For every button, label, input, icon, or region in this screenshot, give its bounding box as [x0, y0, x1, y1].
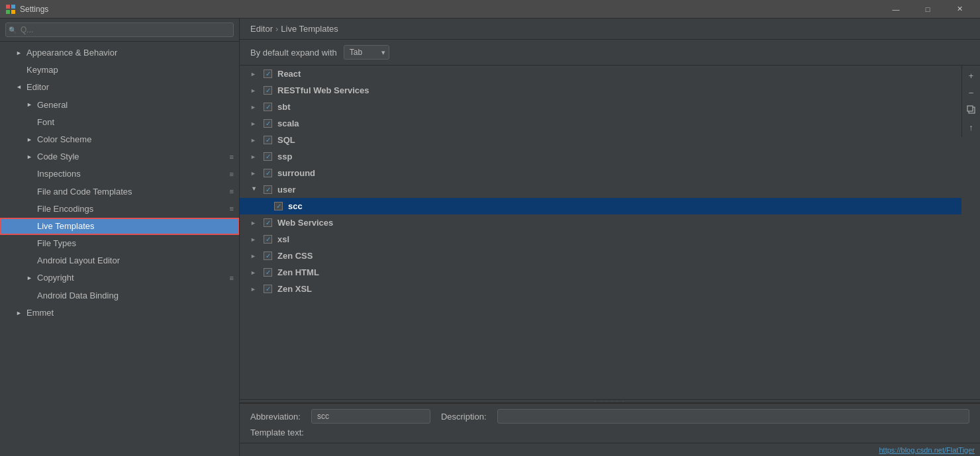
template-group-label: Zen HTML [277, 267, 319, 277]
template-group-zen-xsl[interactable]: ► ✓ Zen XSL [240, 281, 961, 297]
move-up-button[interactable]: ↑ [964, 120, 979, 134]
template-list-area: ► ✓ React ► ✓ RESTful Web Services ► ✓ s… [240, 66, 980, 399]
template-text-row: Template text: [250, 428, 969, 437]
collapse-arrow-icon: ► [250, 120, 258, 127]
template-item-scc[interactable]: ✓ scc [240, 198, 961, 214]
sidebar-item-color-scheme[interactable]: ► Color Scheme [0, 131, 239, 148]
sidebar-item-live-templates[interactable]: ► Live Templates [0, 218, 239, 235]
sidebar-item-file-types[interactable]: ► File Types [0, 235, 239, 252]
app-icon [5, 4, 16, 15]
expand-with-select[interactable]: Tab Enter Space [344, 45, 389, 60]
description-input[interactable] [497, 409, 969, 424]
expand-select-wrapper: Tab Enter Space [344, 45, 389, 60]
template-checkbox[interactable]: ✓ [264, 103, 272, 111]
right-toolbar: + − ↑ [961, 66, 980, 137]
sidebar-item-general[interactable]: ► General [0, 97, 239, 114]
template-checkbox[interactable]: ✓ [264, 235, 272, 244]
template-group-restful[interactable]: ► ✓ RESTful Web Services [240, 82, 961, 99]
template-group-surround[interactable]: ► ✓ surround [240, 165, 961, 181]
sidebar-item-label: Live Templates [37, 220, 94, 232]
template-checkbox[interactable]: ✓ [264, 86, 272, 95]
sidebar-item-label: Emmet [26, 307, 54, 319]
sidebar-item-emmet[interactable]: ► Emmet [0, 304, 239, 322]
template-group-web-services[interactable]: ► ✓ Web Services [240, 214, 961, 231]
template-group-label: React [277, 69, 301, 79]
collapse-arrow-icon: ► [250, 104, 258, 111]
template-checkbox[interactable]: ✓ [264, 185, 272, 194]
close-button[interactable]: ✕ [944, 0, 975, 19]
collapse-arrow-icon: ► [250, 87, 258, 94]
template-checkbox[interactable]: ✓ [264, 251, 272, 260]
abbreviation-row: Abbreviation: Description: [250, 409, 969, 424]
right-panel: Editor › Live Templates By default expan… [240, 19, 980, 456]
collapse-arrow-icon: ► [250, 220, 258, 226]
template-checkbox[interactable]: ✓ [264, 169, 272, 177]
sidebar-content: ► Appearance & Behavior ► Keymap ▼ Edito… [0, 42, 239, 456]
sidebar-item-file-encodings[interactable]: ► File Encodings ≡ [0, 201, 239, 218]
add-template-button[interactable]: + [964, 68, 979, 83]
sidebar-item-copyright[interactable]: ► Copyright ≡ [0, 269, 239, 287]
template-checkbox[interactable]: ✓ [264, 69, 272, 78]
template-group-label: xsl [277, 234, 289, 244]
arrow-icon: ► [26, 101, 33, 109]
breadcrumb-part1: Editor [250, 24, 273, 34]
template-checkbox[interactable]: ✓ [264, 268, 272, 277]
sidebar-item-editor[interactable]: ▼ Editor [0, 79, 239, 96]
template-group-react[interactable]: ► ✓ React [240, 66, 961, 82]
template-group-label: surround [277, 168, 315, 178]
template-checkbox[interactable]: ✓ [264, 136, 272, 144]
template-checkbox[interactable]: ✓ [264, 218, 272, 227]
template-group-user[interactable]: ► ✓ user [240, 181, 961, 198]
sidebar-item-android-layout-editor[interactable]: ► Android Layout Editor [0, 252, 239, 269]
template-group-zen-html[interactable]: ► ✓ Zen HTML [240, 264, 961, 281]
copy-template-button[interactable] [964, 103, 979, 117]
sidebar-item-appearance[interactable]: ► Appearance & Behavior [0, 44, 239, 62]
window-title: Settings [20, 5, 48, 14]
breadcrumb-part2: Live Templates [281, 24, 338, 34]
expand-with-label: By default expand with [250, 48, 337, 58]
template-group-label: user [277, 185, 295, 195]
sidebar-item-android-data-binding[interactable]: ► Android Data Binding [0, 287, 239, 304]
breadcrumb-separator: › [275, 24, 278, 34]
minimize-button[interactable]: — [881, 0, 911, 19]
remove-template-button[interactable]: − [964, 85, 979, 100]
template-group-zen-css[interactable]: ► ✓ Zen CSS [240, 248, 961, 264]
template-checkbox[interactable]: ✓ [264, 152, 272, 161]
template-group-label: sbt [277, 102, 291, 112]
template-group-sql[interactable]: ► ✓ SQL [240, 132, 961, 148]
badge-icon: ≡ [230, 169, 234, 179]
sidebar-item-keymap[interactable]: ► Keymap [0, 62, 239, 79]
sidebar-item-code-style[interactable]: ► Code Style ≡ [0, 148, 239, 165]
search-area [0, 19, 239, 42]
arrow-icon: ► [16, 309, 23, 318]
status-url[interactable]: https://blog.csdn.net/FlatTiger [879, 446, 975, 454]
sidebar-item-font[interactable]: ► Font [0, 114, 239, 131]
template-group-label: RESTful Web Services [277, 85, 369, 95]
template-group-xsl[interactable]: ► ✓ xsl [240, 231, 961, 248]
template-group-scala[interactable]: ► ✓ scala [240, 115, 961, 132]
abbreviation-input[interactable] [311, 409, 430, 424]
sidebar-item-label: Color Scheme [37, 134, 91, 146]
arrow-icon: ▼ [15, 84, 24, 91]
abbreviation-label: Abbreviation: [250, 412, 301, 422]
sidebar-item-file-code-templates[interactable]: ► File and Code Templates ≡ [0, 183, 239, 201]
collapse-arrow-icon: ► [250, 253, 258, 259]
template-checkbox[interactable]: ✓ [264, 119, 272, 128]
badge-icon: ≡ [230, 187, 234, 197]
badge-icon: ≡ [230, 273, 234, 283]
collapse-arrow-icon: ► [250, 137, 258, 144]
sidebar-item-label: Android Data Binding [37, 290, 119, 302]
template-checkbox[interactable]: ✓ [264, 285, 272, 293]
template-group-sbt[interactable]: ► ✓ sbt [240, 99, 961, 115]
status-bar: https://blog.csdn.net/FlatTiger [240, 443, 980, 456]
collapse-arrow-icon: ► [251, 186, 258, 194]
maximize-button[interactable]: □ [912, 0, 943, 19]
sidebar-item-inspections[interactable]: ► Inspections ≡ [0, 165, 239, 183]
sidebar-item-label: Appearance & Behavior [26, 47, 117, 59]
collapse-arrow-icon: ► [250, 269, 258, 276]
search-input[interactable] [5, 23, 234, 37]
template-checkbox[interactable]: ✓ [274, 202, 283, 210]
sidebar-item-label: File Encodings [37, 203, 93, 215]
svg-rect-1 [11, 5, 15, 9]
template-group-ssp[interactable]: ► ✓ ssp [240, 148, 961, 165]
